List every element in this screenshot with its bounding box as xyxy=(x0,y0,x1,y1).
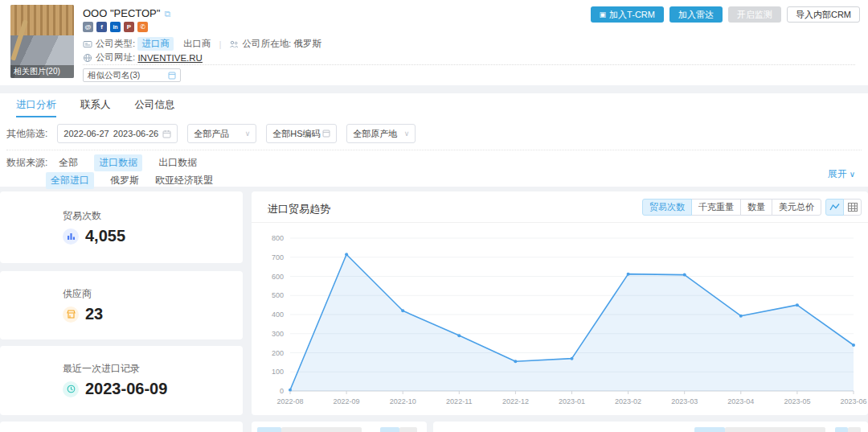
sub-source-eaeu[interactable]: 欧亚经济联盟 xyxy=(155,174,213,187)
stat-card-partial xyxy=(0,422,243,432)
bar-chart-icon xyxy=(63,228,79,245)
social-links: @ f in P ✆ xyxy=(83,22,148,32)
svg-text:2023-04: 2023-04 xyxy=(727,397,754,405)
stat-card-last-import: 最近一次进口记录 2023-06-09 xyxy=(0,346,243,415)
chevron-down-icon: ∨ xyxy=(404,130,410,138)
origin-select[interactable]: 全部原产地 ∨ xyxy=(346,124,416,143)
filter-row: 其他筛选: 2022-06-27 2023-06-26 全部产品 ∨ 全部HS编… xyxy=(6,124,416,143)
location-value: 俄罗斯 xyxy=(293,38,321,50)
add-tcrm-label: 加入T-CRM xyxy=(609,9,655,21)
sub-source-russia[interactable]: 俄罗斯 xyxy=(110,174,139,187)
company-name-row: OOO "PECTOP"⧉ xyxy=(83,7,170,19)
stat-label: 最近一次进口记录 xyxy=(63,362,140,376)
type-exporter[interactable]: 出口商 xyxy=(183,38,211,50)
header-actions: ▣ 加入T-CRM 加入雷达 开启监测 导入内部CRM xyxy=(591,6,860,23)
divider-dotted xyxy=(83,64,855,65)
panel-icon xyxy=(322,130,330,138)
import-crm-label: 导入内部CRM xyxy=(796,9,851,21)
import-trend-card: 进口贸易趋势 贸易次数 千克重量 数量 美元总价 010020030040050… xyxy=(252,191,868,415)
metric-weight-button[interactable]: 千克重量 xyxy=(691,199,741,216)
phone-icon[interactable]: ✆ xyxy=(137,22,148,32)
metric-button-group: 贸易次数 千克重量 数量 美元总价 xyxy=(642,199,821,216)
trend-chart[interactable]: 01002003004005006007008002022-082022-092… xyxy=(252,224,868,413)
location-icon xyxy=(229,39,239,49)
date-end[interactable]: 2023-06-26 xyxy=(113,129,158,138)
metric-usd-total-button[interactable]: 美元总价 xyxy=(772,199,821,216)
related-images-badge[interactable]: 相关图片(20) xyxy=(10,65,74,78)
chevron-down-icon: ∨ xyxy=(245,130,251,138)
id-card-icon xyxy=(83,39,92,49)
source-export[interactable]: 出口数据 xyxy=(158,156,197,170)
company-name: OOO "PECTOP" xyxy=(83,7,160,19)
stat-value-row: 4,055 xyxy=(63,227,125,245)
type-importer-chip[interactable]: 进口商 xyxy=(137,37,174,51)
filter-label: 其他筛选: xyxy=(6,127,47,141)
chart-title: 进口贸易趋势 xyxy=(268,202,330,216)
date-range-picker[interactable]: 2022-06-27 2023-06-26 xyxy=(57,124,178,143)
divider-dotted xyxy=(6,150,862,150)
company-type-row: 公司类型: 进口商 出口商 | 公司所在地: 俄罗斯 xyxy=(83,37,321,51)
divider xyxy=(252,222,868,223)
tab-import-analysis[interactable]: 进口分析 xyxy=(16,93,56,117)
date-start[interactable]: 2022-06-27 xyxy=(63,129,108,138)
bottom-right-card-partial xyxy=(433,422,868,432)
svg-text:300: 300 xyxy=(272,330,284,338)
svg-text:200: 200 xyxy=(272,349,284,357)
add-radar-button[interactable]: 加入雷达 xyxy=(669,6,723,23)
metric-quantity-button[interactable]: 数量 xyxy=(740,199,772,216)
svg-text:2023-06: 2023-06 xyxy=(840,397,866,405)
line-chart-icon[interactable] xyxy=(825,199,844,216)
svg-text:2022-12: 2022-12 xyxy=(502,397,529,405)
divider: | xyxy=(219,39,221,49)
svg-text:2023-02: 2023-02 xyxy=(615,397,641,405)
trade-count-value: 4,055 xyxy=(85,227,125,245)
stat-label: 贸易次数 xyxy=(63,209,101,223)
company-header: 相关图片(20) OOO "PECTOP"⧉ @ f in P ✆ 公司类型: … xyxy=(0,0,868,85)
copy-icon[interactable]: ⧉ xyxy=(164,9,170,19)
panel-icon xyxy=(168,72,176,80)
similar-companies-label: 相似公司名(3) xyxy=(88,70,140,81)
data-source-label: 数据来源: xyxy=(6,156,47,170)
sub-source-all-import[interactable]: 全部进口 xyxy=(46,172,94,189)
svg-text:400: 400 xyxy=(272,311,284,319)
svg-text:2023-05: 2023-05 xyxy=(784,397,810,405)
chevron-down-icon: ∨ xyxy=(850,170,855,179)
company-type-label: 公司类型: xyxy=(96,38,135,50)
website-link[interactable]: INVENTIVE.RU xyxy=(137,53,203,63)
source-import[interactable]: 进口数据 xyxy=(94,154,142,171)
tab-company-info[interactable]: 公司信息 xyxy=(135,93,175,117)
view-toggle-group xyxy=(825,199,862,216)
stat-value-row: 23 xyxy=(63,305,103,323)
pinterest-icon[interactable]: P xyxy=(124,22,134,32)
company-website-row: 公司网址: INVENTIVE.RU xyxy=(83,51,203,64)
linkedin-icon[interactable]: in xyxy=(110,22,121,32)
similar-companies-select[interactable]: 相似公司名(3) xyxy=(83,68,181,82)
svg-text:2022-08: 2022-08 xyxy=(276,397,303,405)
source-all[interactable]: 全部 xyxy=(59,156,78,170)
start-monitor-label: 开启监测 xyxy=(737,9,772,21)
company-photo[interactable]: 相关图片(20) xyxy=(10,5,74,78)
metric-trade-count-button[interactable]: 贸易次数 xyxy=(642,199,692,216)
clock-icon xyxy=(63,381,79,397)
website-icon[interactable]: @ xyxy=(83,22,93,32)
start-monitor-button[interactable]: 开启监测 xyxy=(728,6,781,23)
expand-toggle[interactable]: 展开∨ xyxy=(828,167,855,181)
calendar-icon xyxy=(162,130,171,138)
hs-code-select[interactable]: 全部HS编码 xyxy=(266,124,337,143)
facebook-icon[interactable]: f xyxy=(96,22,107,32)
product-select-value: 全部产品 xyxy=(194,128,229,140)
add-tcrm-button[interactable]: ▣ 加入T-CRM xyxy=(591,6,664,23)
hs-code-value: 全部HS编码 xyxy=(272,128,320,140)
stat-label: 供应商 xyxy=(63,287,92,301)
globe-icon xyxy=(83,53,92,63)
svg-text:800: 800 xyxy=(272,234,284,242)
product-select[interactable]: 全部产品 ∨ xyxy=(187,124,256,143)
data-source-sub-row: 全部进口 俄罗斯 欧亚经济联盟 xyxy=(46,172,229,189)
import-crm-button[interactable]: 导入内部CRM xyxy=(787,6,860,23)
svg-text:700: 700 xyxy=(272,253,284,261)
stat-card-trade-count: 贸易次数 4,055 xyxy=(0,191,243,263)
tab-contacts[interactable]: 联系人 xyxy=(80,93,111,117)
svg-text:2022-11: 2022-11 xyxy=(446,397,472,405)
last-import-date-value: 2023-06-09 xyxy=(85,380,167,398)
table-view-icon[interactable] xyxy=(843,199,862,216)
